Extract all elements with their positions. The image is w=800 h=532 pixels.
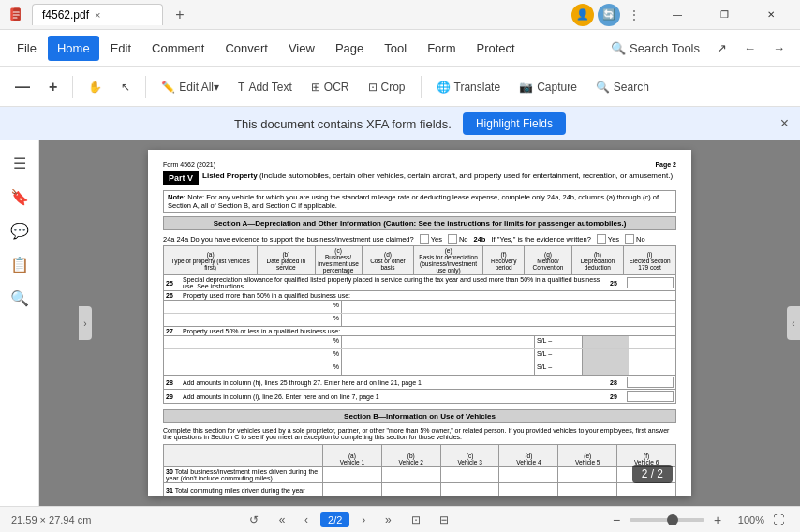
- v31-6[interactable]: [617, 483, 676, 497]
- restore-btn[interactable]: ❐: [703, 0, 746, 30]
- note-text: Note: Note: For any vehicle for which yo…: [163, 190, 676, 213]
- crop-btn[interactable]: ⊡ Crop: [361, 76, 413, 98]
- fit-page-btn[interactable]: ⊡: [406, 510, 426, 530]
- search-icon: 🔍: [596, 81, 610, 94]
- menu-home[interactable]: Home: [48, 36, 99, 61]
- vehicle-label-header: [164, 445, 323, 467]
- check-24b-yes[interactable]: [597, 234, 606, 244]
- no-label-24b: No: [636, 235, 645, 244]
- col-e-header: (e) Basis for depreciation (business/inv…: [414, 246, 483, 275]
- zoom-controls: − + 100% ⛶: [607, 510, 789, 530]
- vehicle-row-30: 30 Total business/investment miles drive…: [164, 467, 676, 483]
- search-label: Search: [614, 81, 649, 94]
- user-avatar[interactable]: 👤: [571, 4, 594, 26]
- last-page-btn[interactable]: »: [378, 510, 398, 530]
- check-24a-yes[interactable]: [420, 234, 429, 244]
- status-bar: 21.59 × 27.94 cm ↺ « ‹ 2/2 › » ⊡ ⊟ − + 1…: [0, 506, 800, 532]
- new-tab-btn[interactable]: +: [169, 4, 191, 26]
- row-29-field[interactable]: [627, 391, 674, 402]
- zoom-slider[interactable]: [630, 518, 704, 522]
- vehicle-col-e: (e) Vehicle 5: [558, 445, 617, 467]
- edit-all-btn[interactable]: ✏️ Edit All▾: [154, 76, 227, 98]
- highlight-fields-btn[interactable]: Highlight Fields: [463, 112, 566, 135]
- left-panel-collapse[interactable]: ›: [79, 306, 92, 340]
- vehicle-row-31: 31 Total commuting miles driven during t…: [164, 483, 676, 497]
- close-btn[interactable]: ✕: [749, 0, 793, 30]
- capture-btn[interactable]: 📷 Capture: [511, 76, 585, 98]
- menu-protect[interactable]: Protect: [467, 36, 524, 61]
- v30-4[interactable]: [499, 467, 558, 483]
- next-page-btn[interactable]: ›: [353, 510, 374, 530]
- right-panel-collapse[interactable]: ‹: [787, 306, 800, 340]
- check-24b-no[interactable]: [625, 234, 634, 244]
- v30-3[interactable]: [440, 467, 499, 483]
- v31-4[interactable]: [499, 483, 558, 497]
- sidebar-item-menu[interactable]: ☰: [5, 148, 35, 178]
- fullscreen-btn[interactable]: ⛶: [768, 510, 789, 530]
- menu-edit[interactable]: Edit: [101, 36, 141, 61]
- share-btn[interactable]: ↗: [709, 37, 734, 60]
- page-current-indicator: 2/2: [320, 512, 349, 527]
- back-btn[interactable]: ←: [736, 37, 763, 60]
- tab-filename: f4562.pdf: [42, 8, 89, 22]
- tab-close-btn[interactable]: ×: [95, 9, 100, 21]
- add-text-btn[interactable]: T Add Text: [230, 76, 300, 98]
- sidebar-item-pages[interactable]: 📋: [5, 249, 35, 279]
- zoom-out-btn[interactable]: —: [7, 74, 37, 100]
- no-label-24a: No: [459, 235, 468, 244]
- v30-5[interactable]: [558, 467, 617, 483]
- search-tools-btn[interactable]: 🔍 Search Tools: [603, 37, 707, 60]
- menu-form[interactable]: Form: [418, 36, 465, 61]
- col-f-header: (f) Recovery period: [482, 246, 525, 275]
- row-24b-no: No: [625, 234, 645, 244]
- zoom-in-btn[interactable]: +: [41, 74, 65, 100]
- row-27-text: Property used 50% or less in a qualified…: [183, 328, 674, 334]
- more-options-btn[interactable]: ⋮: [624, 5, 644, 25]
- row-25-field[interactable]: [627, 277, 674, 288]
- menu-view[interactable]: View: [279, 36, 324, 61]
- sidebar-item-search[interactable]: 🔍: [5, 283, 35, 313]
- first-page-btn[interactable]: «: [272, 510, 292, 530]
- col-header-table: (a) Type of property (list vehicles firs…: [163, 245, 676, 275]
- back-icon: ←: [744, 41, 756, 55]
- hand-tool-btn[interactable]: ✋: [81, 76, 110, 98]
- rotate-btn[interactable]: ↺: [244, 510, 264, 530]
- v31-2[interactable]: [381, 483, 440, 497]
- zoom-out-status-btn[interactable]: −: [607, 510, 626, 529]
- fit-width-btn[interactable]: ⊟: [434, 510, 454, 530]
- search-btn[interactable]: 🔍 Search: [588, 76, 657, 98]
- section-b-desc: Complete this section for vehicles used …: [163, 427, 676, 440]
- vehicle-col-f: (f) Vehicle 6: [617, 445, 676, 467]
- select-tool-btn[interactable]: ↖: [113, 76, 138, 98]
- ocr-btn[interactable]: ⊞ OCR: [304, 76, 357, 98]
- page-badge: 2 / 2: [632, 465, 673, 483]
- vehicle-col-d: (d) Vehicle 4: [499, 445, 558, 467]
- menu-page[interactable]: Page: [326, 36, 373, 61]
- row-29-ref: 29: [610, 393, 623, 400]
- sidebar-item-comment[interactable]: 💬: [5, 215, 35, 245]
- sidebar-item-bookmark[interactable]: 🔖: [5, 182, 35, 212]
- menu-comment[interactable]: Comment: [142, 36, 214, 61]
- forward-btn[interactable]: →: [765, 37, 793, 60]
- pdf-tab[interactable]: f4562.pdf ×: [32, 4, 163, 25]
- v31-1[interactable]: [323, 483, 382, 497]
- row-28-field[interactable]: [627, 377, 674, 388]
- menu-convert[interactable]: Convert: [215, 36, 277, 61]
- title-bar-controls: 👤 🔄 ⋮ — ❐ ✕: [571, 0, 793, 30]
- minimize-btn[interactable]: —: [656, 0, 699, 30]
- row-29: 29 Add amounts in column (i), line 26. E…: [163, 390, 676, 404]
- zoom-thumb[interactable]: [667, 514, 678, 525]
- v30-1[interactable]: [323, 467, 382, 483]
- zoom-out-icon: —: [15, 79, 30, 96]
- menu-file[interactable]: File: [7, 36, 46, 61]
- menu-tool[interactable]: Tool: [375, 36, 416, 61]
- v31-3[interactable]: [440, 483, 499, 497]
- zoom-in-status-btn[interactable]: +: [708, 510, 727, 529]
- v30-2[interactable]: [381, 467, 440, 483]
- v31-5[interactable]: [558, 483, 617, 497]
- prev-page-btn[interactable]: ‹: [296, 510, 317, 530]
- translate-btn[interactable]: 🌐 Translate: [429, 76, 509, 98]
- notification-close-btn[interactable]: ×: [780, 115, 789, 132]
- check-24a-no[interactable]: [448, 234, 457, 244]
- row-29-text: Add amounts in column (i), line 26. Ente…: [183, 393, 606, 400]
